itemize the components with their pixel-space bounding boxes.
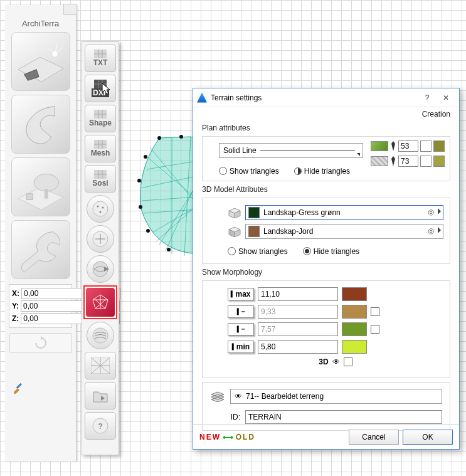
material-top-value: Landskap-Gress grønn	[263, 208, 341, 217]
morph-step-label: ▍┄	[228, 305, 254, 318]
morph-color-2[interactable]	[342, 305, 367, 319]
grid-icon	[94, 50, 107, 58]
morph-color-4[interactable]	[342, 340, 367, 354]
coord-x-label: X:	[12, 289, 21, 298]
model-show-triangles-radio[interactable]: Show triangles	[228, 247, 288, 256]
surface-swatch-green[interactable]	[371, 141, 388, 151]
import-toolbar: TXT DXF Shape Mesh Sosi ?	[82, 41, 119, 455]
svg-text:?: ?	[98, 422, 102, 431]
mesh-label: Mesh	[91, 149, 110, 157]
svg-rect-18	[16, 383, 22, 389]
morph-3d-checkbox[interactable]	[344, 357, 352, 366]
morphology-heading: Show Morphology	[202, 268, 450, 277]
help-button[interactable]: ?	[85, 412, 116, 440]
morph-v2-input	[258, 305, 338, 319]
refresh-button[interactable]	[9, 333, 72, 353]
pen2-input[interactable]	[398, 156, 418, 167]
tool-level-button[interactable]	[87, 225, 114, 253]
material-side-dropdown[interactable]: Landskap-Jord ◎	[245, 224, 443, 239]
app-icon	[197, 93, 207, 103]
dialog-footer: NEW ⟷ OLD Cancel OK	[193, 424, 459, 449]
eye-icon: 👁	[332, 357, 340, 366]
cube-side-icon	[228, 226, 241, 237]
tool-settings-wrench[interactable]	[11, 220, 70, 279]
cancel-button[interactable]: Cancel	[349, 430, 399, 445]
morph-min-input[interactable]	[258, 340, 338, 354]
svg-point-30	[93, 328, 108, 343]
dialog-titlebar[interactable]: Terrain settings ? ✕	[193, 88, 459, 107]
tool-export-button[interactable]	[85, 382, 116, 410]
grid-icon	[94, 140, 107, 149]
svg-point-2	[137, 179, 141, 182]
refresh-icon	[33, 336, 48, 351]
plan-attributes-heading: Plan attributes	[202, 124, 450, 132]
globe-arrow-icon	[92, 260, 109, 278]
svg-point-3	[139, 205, 142, 209]
import-sosi-button[interactable]: Sosi	[85, 165, 116, 193]
svg-rect-16	[44, 189, 48, 199]
pen2-link-toggle[interactable]	[420, 156, 432, 167]
model-hide-triangles-radio[interactable]: Hide triangles	[303, 247, 359, 256]
surface-swatch-mesh[interactable]	[371, 156, 388, 166]
morph-color-1[interactable]	[342, 287, 367, 301]
svg-point-1	[144, 155, 147, 159]
pen2-color-swatch[interactable]	[433, 156, 445, 167]
line-type-value: Solid Line	[223, 146, 257, 155]
new-old-indicator: NEW ⟷ OLD	[199, 433, 255, 442]
tool-direction-button[interactable]	[87, 255, 114, 283]
pen1-input[interactable]	[398, 140, 418, 152]
ok-button[interactable]: OK	[403, 430, 453, 445]
morph-check-2[interactable]	[371, 307, 379, 316]
shape-label: Shape	[89, 119, 112, 127]
txt-label: TXT	[93, 58, 108, 67]
import-mesh-button[interactable]: Mesh	[85, 135, 116, 162]
morph-color-3[interactable]	[342, 322, 367, 336]
tool-points-button[interactable]	[87, 195, 114, 223]
coord-y-label: Y:	[12, 302, 21, 310]
cube-top-icon	[228, 207, 241, 218]
morph-max-input[interactable]	[258, 287, 338, 301]
palette-close-button[interactable]	[63, 4, 77, 15]
dropdown-arrow-icon	[357, 153, 360, 156]
eyedropper-icon[interactable]	[12, 381, 24, 394]
dialog-close-button[interactable]: ✕	[437, 90, 455, 105]
grid-icon	[94, 170, 107, 179]
model-attributes-heading: 3D Model Attributes	[202, 185, 450, 194]
circle-arrows-icon	[92, 230, 109, 248]
material-swatch-icon	[248, 226, 260, 237]
pen1-color-swatch[interactable]	[433, 140, 445, 152]
morph-check-3[interactable]	[371, 325, 379, 334]
svg-point-24	[93, 201, 108, 216]
tool-contours-button[interactable]	[87, 322, 114, 349]
circle-dots-icon	[92, 200, 109, 218]
waves-icon	[92, 327, 109, 344]
line-type-dropdown[interactable]: Solid Line	[219, 143, 363, 158]
layer-dropdown[interactable]: 👁 71-- Bearbeidet terreng	[230, 389, 442, 404]
dialog-subtitle: Creation	[193, 107, 459, 120]
pen1-link-toggle[interactable]	[420, 140, 432, 152]
plan-show-triangles-radio[interactable]: Show triangles	[219, 167, 279, 176]
dialog-help-button[interactable]: ?	[418, 90, 437, 105]
material-side-value: Landskap-Jord	[263, 227, 313, 236]
tool-vegetation[interactable]	[11, 157, 70, 216]
import-shape-button[interactable]: Shape	[85, 105, 116, 132]
id-label: ID:	[210, 413, 240, 421]
layer-value: 71-- Bearbeidet terreng	[246, 392, 324, 401]
coord-z-label: Z:	[12, 314, 21, 323]
tool-terrain-block[interactable]	[11, 32, 70, 91]
tool-triangulate-button[interactable]	[85, 352, 116, 379]
eye-icon: 👁	[235, 392, 242, 401]
material-top-dropdown[interactable]: Landskap-Gress grønn ◎	[245, 205, 443, 220]
tool-terrain-settings-selected[interactable]	[83, 285, 117, 319]
morph-3d-label: 3D	[319, 357, 328, 366]
svg-point-4	[146, 229, 150, 233]
import-txt-button[interactable]: TXT	[85, 45, 116, 72]
tool-excavator[interactable]	[11, 95, 70, 154]
id-input[interactable]	[245, 410, 442, 424]
svg-point-0	[157, 136, 161, 140]
grid-icon	[94, 110, 107, 119]
layers-icon	[210, 391, 225, 402]
svg-point-26	[102, 207, 104, 209]
plan-hide-triangles-radio[interactable]: Hide triangles	[294, 167, 350, 176]
svg-point-15	[34, 174, 58, 191]
